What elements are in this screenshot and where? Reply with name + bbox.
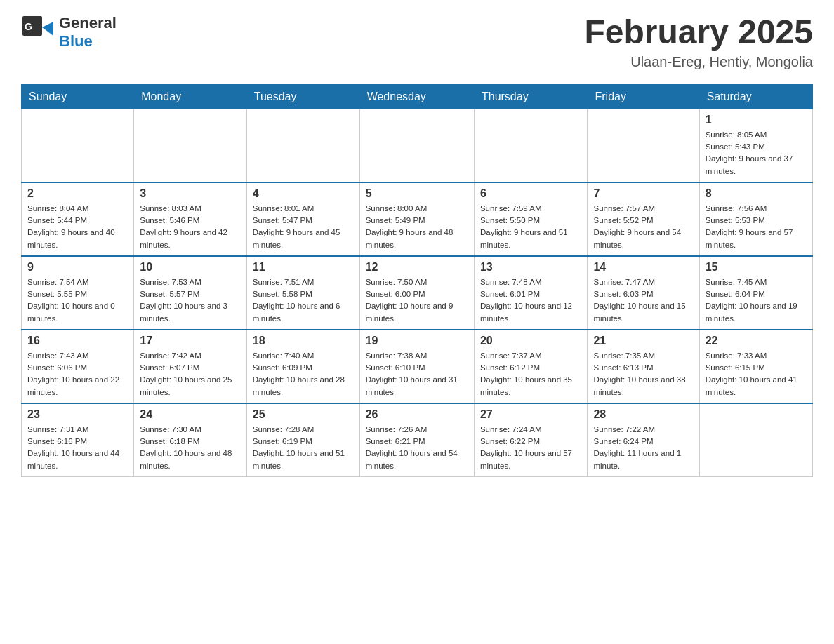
calendar-cell: 26Sunrise: 7:26 AMSunset: 6:21 PMDayligh… xyxy=(359,403,474,477)
day-info: Sunrise: 7:28 AMSunset: 6:19 PMDaylight:… xyxy=(253,424,354,472)
day-info: Sunrise: 8:05 AMSunset: 5:43 PMDaylight:… xyxy=(706,129,807,177)
calendar-cell xyxy=(588,109,699,182)
page-header: G General Blue February 2025 Ulaan-Ereg,… xyxy=(21,14,813,70)
calendar-week-row: 2Sunrise: 8:04 AMSunset: 5:44 PMDaylight… xyxy=(22,182,813,256)
calendar-cell xyxy=(474,109,588,182)
day-info: Sunrise: 7:30 AMSunset: 6:18 PMDaylight:… xyxy=(140,424,241,472)
calendar-cell: 15Sunrise: 7:45 AMSunset: 6:04 PMDayligh… xyxy=(699,256,812,330)
day-number: 28 xyxy=(593,408,693,421)
calendar-week-row: 1Sunrise: 8:05 AMSunset: 5:43 PMDaylight… xyxy=(22,109,813,182)
calendar-cell: 8Sunrise: 7:56 AMSunset: 5:53 PMDaylight… xyxy=(699,182,812,256)
day-number: 22 xyxy=(706,335,807,347)
day-info: Sunrise: 7:56 AMSunset: 5:53 PMDaylight:… xyxy=(706,203,807,251)
day-info: Sunrise: 7:26 AMSunset: 6:21 PMDaylight:… xyxy=(366,424,468,472)
day-number: 24 xyxy=(140,408,241,421)
calendar-cell: 18Sunrise: 7:40 AMSunset: 6:09 PMDayligh… xyxy=(246,330,359,403)
day-number: 5 xyxy=(366,187,468,200)
calendar-week-row: 9Sunrise: 7:54 AMSunset: 5:55 PMDaylight… xyxy=(22,256,813,330)
col-thursday: Thursday xyxy=(474,84,588,109)
day-number: 18 xyxy=(253,335,354,347)
calendar-cell: 21Sunrise: 7:35 AMSunset: 6:13 PMDayligh… xyxy=(588,330,699,403)
calendar-cell xyxy=(246,109,359,182)
calendar-cell: 24Sunrise: 7:30 AMSunset: 6:18 PMDayligh… xyxy=(134,403,247,477)
calendar-cell: 25Sunrise: 7:28 AMSunset: 6:19 PMDayligh… xyxy=(246,403,359,477)
day-number: 27 xyxy=(480,408,582,421)
day-info: Sunrise: 7:33 AMSunset: 6:15 PMDaylight:… xyxy=(706,350,807,398)
logo: G General Blue xyxy=(21,14,117,51)
day-info: Sunrise: 7:54 AMSunset: 5:55 PMDaylight:… xyxy=(27,276,128,325)
day-info: Sunrise: 7:40 AMSunset: 6:09 PMDaylight:… xyxy=(253,350,354,398)
day-number: 9 xyxy=(27,261,128,274)
calendar-cell: 17Sunrise: 7:42 AMSunset: 6:07 PMDayligh… xyxy=(134,330,247,403)
day-info: Sunrise: 7:38 AMSunset: 6:10 PMDaylight:… xyxy=(366,350,468,398)
day-info: Sunrise: 7:59 AMSunset: 5:50 PMDaylight:… xyxy=(480,203,582,251)
col-wednesday: Wednesday xyxy=(359,84,474,109)
day-info: Sunrise: 8:04 AMSunset: 5:44 PMDaylight:… xyxy=(27,203,128,251)
svg-marker-1 xyxy=(42,22,53,36)
day-info: Sunrise: 7:37 AMSunset: 6:12 PMDaylight:… xyxy=(480,350,582,398)
title-block: February 2025 Ulaan-Ereg, Hentiy, Mongol… xyxy=(584,14,813,70)
day-number: 7 xyxy=(593,187,693,200)
day-number: 10 xyxy=(140,261,241,274)
calendar-cell: 1Sunrise: 8:05 AMSunset: 5:43 PMDaylight… xyxy=(699,109,812,182)
day-info: Sunrise: 7:31 AMSunset: 6:16 PMDaylight:… xyxy=(27,424,128,472)
calendar-cell: 7Sunrise: 7:57 AMSunset: 5:52 PMDaylight… xyxy=(588,182,699,256)
logo-general: General xyxy=(59,14,117,32)
day-info: Sunrise: 7:45 AMSunset: 6:04 PMDaylight:… xyxy=(706,276,807,325)
day-number: 16 xyxy=(27,335,128,347)
location-title: Ulaan-Ereg, Hentiy, Mongolia xyxy=(584,54,813,70)
calendar-cell: 19Sunrise: 7:38 AMSunset: 6:10 PMDayligh… xyxy=(359,330,474,403)
calendar-cell: 27Sunrise: 7:24 AMSunset: 6:22 PMDayligh… xyxy=(474,403,588,477)
day-info: Sunrise: 8:01 AMSunset: 5:47 PMDaylight:… xyxy=(253,203,354,251)
day-info: Sunrise: 7:43 AMSunset: 6:06 PMDaylight:… xyxy=(27,350,128,398)
calendar-cell: 14Sunrise: 7:47 AMSunset: 6:03 PMDayligh… xyxy=(588,256,699,330)
day-number: 12 xyxy=(366,261,468,274)
day-number: 6 xyxy=(480,187,582,200)
calendar-cell: 12Sunrise: 7:50 AMSunset: 6:00 PMDayligh… xyxy=(359,256,474,330)
calendar-cell xyxy=(359,109,474,182)
calendar-cell: 6Sunrise: 7:59 AMSunset: 5:50 PMDaylight… xyxy=(474,182,588,256)
day-number: 8 xyxy=(706,187,807,200)
day-number: 1 xyxy=(706,114,807,126)
day-number: 15 xyxy=(706,261,807,274)
day-info: Sunrise: 7:35 AMSunset: 6:13 PMDaylight:… xyxy=(593,350,693,398)
day-number: 13 xyxy=(480,261,582,274)
calendar-cell: 10Sunrise: 7:53 AMSunset: 5:57 PMDayligh… xyxy=(134,256,247,330)
svg-text:G: G xyxy=(25,21,32,32)
calendar-cell: 13Sunrise: 7:48 AMSunset: 6:01 PMDayligh… xyxy=(474,256,588,330)
calendar-cell: 5Sunrise: 8:00 AMSunset: 5:49 PMDaylight… xyxy=(359,182,474,256)
day-info: Sunrise: 8:00 AMSunset: 5:49 PMDaylight:… xyxy=(366,203,468,251)
day-number: 19 xyxy=(366,335,468,347)
calendar-cell: 9Sunrise: 7:54 AMSunset: 5:55 PMDaylight… xyxy=(22,256,134,330)
calendar-table: Sunday Monday Tuesday Wednesday Thursday… xyxy=(21,84,813,477)
day-info: Sunrise: 7:53 AMSunset: 5:57 PMDaylight:… xyxy=(140,276,241,325)
calendar-cell: 16Sunrise: 7:43 AMSunset: 6:06 PMDayligh… xyxy=(22,330,134,403)
day-number: 21 xyxy=(593,335,693,347)
day-info: Sunrise: 8:03 AMSunset: 5:46 PMDaylight:… xyxy=(140,203,241,251)
logo-icon: G xyxy=(21,15,56,50)
calendar-cell: 11Sunrise: 7:51 AMSunset: 5:58 PMDayligh… xyxy=(246,256,359,330)
day-info: Sunrise: 7:47 AMSunset: 6:03 PMDaylight:… xyxy=(593,276,693,325)
calendar-header-row: Sunday Monday Tuesday Wednesday Thursday… xyxy=(22,84,813,109)
calendar-cell: 22Sunrise: 7:33 AMSunset: 6:15 PMDayligh… xyxy=(699,330,812,403)
day-info: Sunrise: 7:42 AMSunset: 6:07 PMDaylight:… xyxy=(140,350,241,398)
day-info: Sunrise: 7:50 AMSunset: 6:00 PMDaylight:… xyxy=(366,276,468,325)
calendar-cell: 3Sunrise: 8:03 AMSunset: 5:46 PMDaylight… xyxy=(134,182,247,256)
calendar-cell xyxy=(134,109,247,182)
day-info: Sunrise: 7:57 AMSunset: 5:52 PMDaylight:… xyxy=(593,203,693,251)
col-sunday: Sunday xyxy=(22,84,134,109)
day-number: 23 xyxy=(27,408,128,421)
day-number: 26 xyxy=(366,408,468,421)
day-info: Sunrise: 7:24 AMSunset: 6:22 PMDaylight:… xyxy=(480,424,582,472)
calendar-cell xyxy=(699,403,812,477)
calendar-cell: 20Sunrise: 7:37 AMSunset: 6:12 PMDayligh… xyxy=(474,330,588,403)
day-number: 14 xyxy=(593,261,693,274)
calendar-cell: 4Sunrise: 8:01 AMSunset: 5:47 PMDaylight… xyxy=(246,182,359,256)
col-friday: Friday xyxy=(588,84,699,109)
logo-blue: Blue xyxy=(59,32,117,51)
day-number: 4 xyxy=(253,187,354,200)
day-number: 25 xyxy=(253,408,354,421)
day-info: Sunrise: 7:22 AMSunset: 6:24 PMDaylight:… xyxy=(593,424,693,472)
day-info: Sunrise: 7:51 AMSunset: 5:58 PMDaylight:… xyxy=(253,276,354,325)
col-monday: Monday xyxy=(134,84,247,109)
